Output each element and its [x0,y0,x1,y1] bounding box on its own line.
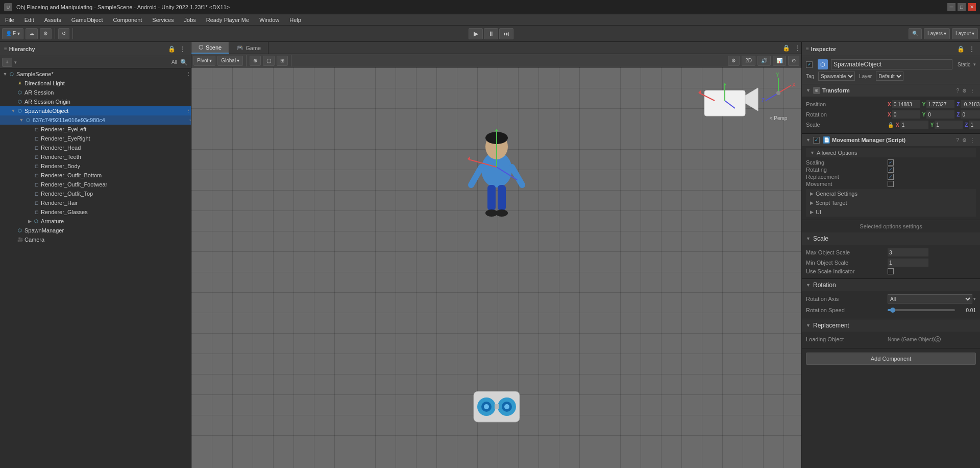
account-button[interactable]: 👤 F ▾ [2,28,23,39]
close-button[interactable]: ✕ [968,3,976,11]
movement-manager-header[interactable]: ▼ 📄 Movement Manager (Script) ? ⚙ ⋮ [802,134,980,146]
menu-window[interactable]: Window [254,14,284,26]
transform-header[interactable]: ▼ ⊕ Transform ? ⚙ ⋮ [802,84,980,97]
rot-x-input[interactable] [892,110,920,119]
tree-item-ar-session-origin[interactable]: ▶ ⬡ AR Session Origin [0,97,191,106]
tree-item-renderer-body[interactable]: ▶ ◻ Renderer_Body [0,161,191,171]
scene-menu[interactable]: ⋮ [186,72,191,77]
tree-item-renderer-glasses[interactable]: ▶ ◻ Renderer_Glasses [0,207,191,217]
slider-thumb[interactable] [890,308,895,313]
menu-edit[interactable]: Edit [19,14,39,26]
menu-jobs[interactable]: Jobs [179,14,201,26]
transform-tool-button[interactable]: ⊞ [277,56,288,66]
cloud-button[interactable]: ☁ [26,28,38,39]
active-checkbox[interactable] [806,61,813,68]
tree-item-renderer-hair[interactable]: ▶ ◻ Renderer_Hair [0,198,191,207]
tree-item-renderer-outfit-footwear[interactable]: ▶ ◻ Renderer_Outfit_Footwear [0,180,191,189]
pause-button[interactable]: ⏸ [484,28,498,39]
viewport-lock-button[interactable]: 🔒 [781,42,791,54]
ui-section[interactable]: ▶ UI [806,207,976,217]
tree-item-renderer-outfit-bottom[interactable]: ▶ ◻ Renderer_Outfit_Bottom [0,171,191,180]
menu-services[interactable]: Services [147,14,179,26]
scale-x-input[interactable] [900,121,928,129]
menu-readyplayerme[interactable]: Ready Player Me [201,14,254,26]
pos-y-input[interactable] [926,100,954,108]
viewport-menu-button[interactable]: ⋮ [793,42,801,54]
menu-assets[interactable]: Assets [39,14,66,26]
step-button[interactable]: ⏭ [499,28,513,39]
pivot-button[interactable]: Pivot ▾ [193,56,215,66]
inspector-menu-button[interactable]: ⋮ [968,45,976,53]
gizmos2-button[interactable]: ⊙ [788,56,799,66]
so-menu[interactable]: ⋮ [186,108,191,113]
tree-item-armature[interactable]: ▶ ⬡ Armature [0,217,191,226]
movement-checkbox[interactable] [888,181,894,187]
object-name-input[interactable] [831,59,952,69]
use-scale-indicator-checkbox[interactable] [888,268,894,274]
tree-item-renderer-eyeright[interactable]: ▶ ◻ Renderer_EyeRight [0,134,191,143]
tab-scene[interactable]: ⬡ Scene [191,42,229,54]
layout-dropdown[interactable]: Layout ▾ [952,28,978,39]
rect-tool-button[interactable]: ▢ [263,56,275,66]
transform-menu-button[interactable]: ⋮ [969,88,976,93]
tree-item-renderer-teeth[interactable]: ▶ ◻ Renderer_Teeth [0,152,191,161]
global-button[interactable]: Global ▾ [217,56,243,66]
hierarchy-lock-button[interactable]: 🔒 [167,45,177,53]
rot-y-input[interactable] [926,110,954,119]
mm-info-button[interactable]: ? [955,137,960,143]
undo-history-button[interactable]: ↺ [58,28,69,39]
layers-dropdown[interactable]: Layers ▾ [924,28,950,39]
general-settings-section[interactable]: ▶ General Settings [806,189,976,198]
tree-item-spawnable-object[interactable]: ▼ ⬡ SpawnableObject ⋮ [0,106,191,115]
layer-select[interactable]: Default [876,72,903,81]
gizmos-button[interactable]: ⚙ [728,56,740,66]
collab-button[interactable]: ⚙ [40,28,52,39]
tree-item-ar-session[interactable]: ▶ ⬡ AR Session [0,88,191,97]
tree-item-camera[interactable]: ▶ 🎥 Camera [0,235,191,244]
hierarchy-search-button[interactable]: 🔍 [179,59,189,66]
script-target-section[interactable]: ▶ Script Target [806,198,976,207]
stats-button[interactable]: 📊 [773,56,786,66]
menu-help[interactable]: Help [284,14,306,26]
hierarchy-menu-button[interactable]: ⋮ [179,45,187,53]
loading-object-picker[interactable]: ⊙ [935,336,941,342]
maximize-button[interactable]: □ [958,3,966,11]
scale-section-header[interactable]: ▼ Scale [802,232,980,245]
tree-item-637[interactable]: ▼ ⬡ 637c74f9211e016e93c980c4 › [0,115,191,125]
rotation-axis-select[interactable]: All [888,294,972,303]
rotation-section-header[interactable]: ▼ Rotation [802,279,980,291]
mm-settings-button[interactable]: ⚙ [961,137,968,143]
search-button[interactable]: 🔍 [909,28,922,39]
rot-z-input[interactable] [961,110,980,119]
add-gameobject-button[interactable]: + [2,58,12,67]
transform-info-button[interactable]: ? [955,88,960,93]
scale-y-input[interactable] [935,121,963,129]
inspector-lock-button[interactable]: 🔒 [956,45,966,53]
tree-item-spawn-manager[interactable]: ▶ ⬡ SpawnManager [0,226,191,235]
mm-menu-button[interactable]: ⋮ [969,137,976,143]
mm-active-checkbox[interactable] [813,137,820,144]
move-tool-button[interactable]: ⊕ [250,56,261,66]
replacement-checkbox[interactable]: ✓ [888,174,894,180]
max-scale-input[interactable] [888,248,928,256]
menu-component[interactable]: Component [108,14,147,26]
replacement-section-header[interactable]: ▼ Replacement [802,319,980,332]
tree-item-renderer-outfit-top[interactable]: ▶ ◻ Renderer_Outfit_Top [0,189,191,198]
audio-button[interactable]: 🔊 [757,56,771,66]
minimize-button[interactable]: ─ [947,3,955,11]
scale-z-input[interactable] [969,121,980,129]
tree-item-renderer-eyeleft[interactable]: ▶ ◻ Renderer_EyeLeft [0,125,191,134]
min-scale-input[interactable] [888,259,928,267]
tag-select[interactable]: Spawnable [818,72,855,81]
play-button[interactable]: ▶ [469,28,483,39]
tree-item-samplescene[interactable]: ▼ ⬡ SampleScene* ⋮ [0,69,191,79]
menu-file[interactable]: File [0,14,19,26]
transform-settings-button[interactable]: ⚙ [961,88,968,93]
pos-x-input[interactable] [892,100,920,108]
allowed-options-section[interactable]: ▼ Allowed Options [806,148,976,157]
rotation-speed-slider[interactable] [888,309,955,311]
pos-z-input[interactable] [961,100,980,108]
tree-item-directional-light[interactable]: ▶ ☀ Directional Light [0,79,191,88]
tab-game[interactable]: 🎮 Game [229,42,268,54]
scaling-checkbox[interactable]: ✓ [888,159,894,166]
